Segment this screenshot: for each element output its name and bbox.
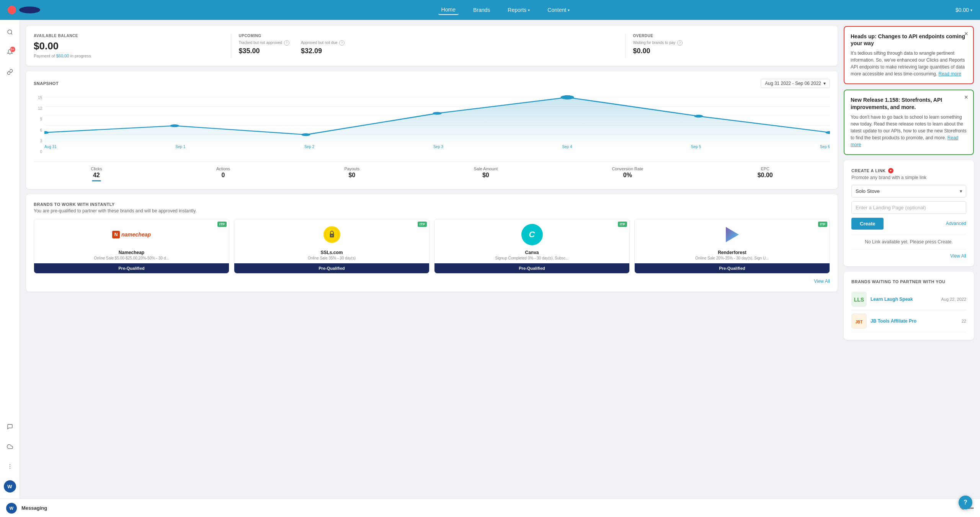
approved-label: Approved but not due ?	[301, 40, 345, 46]
x-label-sep1: Sep 1	[175, 145, 185, 149]
lls-icon: LLS	[852, 292, 866, 306]
svg-point-2	[10, 464, 10, 465]
sidebar-dots[interactable]	[4, 460, 16, 473]
ssls-btn[interactable]: Pre-Qualified	[234, 263, 429, 273]
balance-amount: $0.00	[956, 7, 969, 13]
chevron-down-icon: ▾	[970, 8, 972, 12]
nav-brands[interactable]: Brands	[470, 5, 493, 15]
alert-release-title: New Release 1.158: Storefronts, API impr…	[851, 96, 967, 110]
sidebar-cloud-icon[interactable]	[4, 440, 16, 453]
jb-logo: JBT	[851, 313, 867, 329]
stat-clicks-underline	[92, 180, 101, 181]
y-label-0: 0	[40, 150, 42, 154]
svg-point-3	[10, 466, 10, 467]
create-link-view-all[interactable]: View All	[851, 253, 966, 259]
canva-name: Canva	[434, 250, 629, 256]
ssls-desc: Online Sale 35% - 30 day(s)	[234, 256, 429, 263]
brand-namecheap: ITP N namecheap Namecheap Online Sale $5…	[34, 219, 229, 274]
stat-sale-amount: Sale Amount $0	[474, 166, 498, 181]
nav-home[interactable]: Home	[438, 5, 459, 15]
snapshot-card: SNAPSHOT Aug 31 2022 - Sep 06 2022 ▾ 15 …	[26, 71, 838, 189]
stat-epc: EPC $0.00	[758, 166, 773, 181]
svg-line-1	[11, 33, 12, 34]
brand-canva: ITP C Canva Signup Completed 0% - 30 day…	[434, 219, 630, 274]
available-balance-label: AVAILABLE BALANCE	[34, 34, 223, 38]
svg-point-16	[694, 115, 703, 117]
layout: 9+ W AVAILABLE BALANCE $0.00 Pa	[0, 20, 980, 499]
svg-point-4	[10, 468, 10, 469]
nav-content-label: Content	[547, 7, 566, 13]
overdue-label: OVERDUE	[633, 34, 823, 38]
alert-release-read-more[interactable]: Read more	[851, 135, 959, 147]
alert-release-card: ✕ New Release 1.158: Storefronts, API im…	[844, 90, 974, 155]
chevron-down-icon: ▾	[568, 8, 570, 12]
svg-point-0	[8, 30, 12, 34]
nav-reports[interactable]: Reports ▾	[505, 5, 533, 15]
y-label-15: 15	[38, 96, 42, 100]
alert-api-title: Heads up: Changes to API endpoints comin…	[851, 33, 967, 47]
alert-release-close[interactable]: ✕	[964, 94, 969, 100]
sidebar-search[interactable]	[4, 26, 16, 38]
sidebar-notifications[interactable]: 9+	[4, 46, 16, 58]
sidebar-chat-icon[interactable]	[4, 421, 16, 433]
help-button[interactable]: ?	[959, 496, 972, 509]
y-label-3: 3	[40, 139, 42, 143]
create-link-button[interactable]: Create	[851, 218, 884, 230]
lls-name[interactable]: Learn Laugh Speak	[871, 297, 938, 302]
renderforest-logo	[723, 225, 742, 244]
overdue-info-icon[interactable]: ?	[677, 40, 683, 46]
brand-select-wrapper: Solo Stove	[851, 185, 966, 197]
renderforest-name: Renderforest	[635, 250, 830, 256]
renderforest-btn[interactable]: Pre-Qualified	[635, 263, 830, 273]
payment-link[interactable]: $60.00	[56, 54, 69, 58]
canva-btn[interactable]: Pre-Qualified	[434, 263, 629, 273]
brand-select[interactable]: Solo Stove	[851, 185, 966, 197]
namecheap-btn[interactable]: Pre-Qualified	[34, 263, 229, 273]
chat-avatar: W	[6, 503, 17, 514]
alert-api-read-more[interactable]: Read more	[938, 71, 961, 77]
nav-content[interactable]: Content ▾	[544, 5, 573, 15]
tracked-info-icon[interactable]: ?	[284, 40, 289, 46]
alert-api-close[interactable]: ✕	[964, 31, 969, 37]
renderforest-logo-area	[635, 219, 830, 250]
brands-card: BRANDS TO WORK WITH INSTANTLY You are pr…	[26, 194, 838, 292]
left-column: AVAILABLE BALANCE $0.00 Payment of $60.0…	[26, 26, 838, 493]
brands-waiting-card: BRANDS WAITING TO PARTNER WITH YOU LLS L…	[844, 272, 974, 340]
stat-conversion: Conversion Rate 0%	[612, 166, 643, 181]
upcoming-label: UPCOMING	[239, 34, 617, 38]
jb-date: 22	[962, 319, 966, 323]
landing-page-input[interactable]	[851, 201, 966, 214]
user-avatar-sidebar[interactable]: W	[4, 480, 16, 493]
overdue-section: OVERDUE Waiting for brands to pay ? $0.0…	[626, 34, 830, 58]
sidebar-link[interactable]	[4, 66, 16, 78]
ssls-logo	[323, 226, 340, 243]
chart-x-axis: Aug 31 Sep 1 Sep 2 Sep 3 Sep 4 Sep 5 Sep…	[44, 145, 830, 149]
create-link-red-dot: ●	[888, 168, 893, 173]
create-link-btn-row: Create Advanced	[851, 218, 966, 230]
jb-icon: JBT	[852, 314, 866, 328]
available-balance-amount: $0.00	[34, 40, 223, 52]
alert-release-text: You don't have to go back to school to l…	[851, 114, 967, 148]
nav-reports-label: Reports	[508, 7, 526, 13]
nav-balance[interactable]: $0.00 ▾	[956, 7, 972, 13]
brand-ssls: ITP SSLs.com	[234, 219, 430, 274]
nav-links: Home Brands Reports ▾ Content ▾	[56, 5, 956, 15]
line-chart-svg	[44, 94, 830, 144]
stat-payouts-label: Payouts	[344, 166, 359, 171]
jb-name[interactable]: JB Tools Affiliate Pro	[871, 318, 958, 324]
itp-badge-renderforest: ITP	[818, 222, 827, 227]
approved-amount: $32.09	[301, 47, 345, 55]
x-label-aug31: Aug 31	[44, 145, 57, 149]
approved-info-icon[interactable]: ?	[339, 40, 345, 46]
brands-title: BRANDS TO WORK WITH INSTANTLY	[34, 202, 830, 207]
stat-clicks: Clicks 42	[91, 166, 102, 181]
overdue-sub-text: Waiting for brands to pay	[633, 41, 676, 45]
no-link-message: No Link available yet. Please press Crea…	[851, 234, 966, 250]
date-range-button[interactable]: Aug 31 2022 - Sep 06 2022 ▾	[761, 79, 830, 88]
advanced-link-button[interactable]: Advanced	[946, 221, 966, 226]
chat-label[interactable]: Messaging	[21, 505, 955, 511]
right-column: ✕ Heads up: Changes to API endpoints com…	[844, 26, 974, 493]
available-balance-sub: Payment of $60.00 in progress	[34, 54, 223, 58]
main-content: AVAILABLE BALANCE $0.00 Payment of $60.0…	[20, 20, 980, 499]
brands-view-all[interactable]: View All	[814, 279, 830, 284]
